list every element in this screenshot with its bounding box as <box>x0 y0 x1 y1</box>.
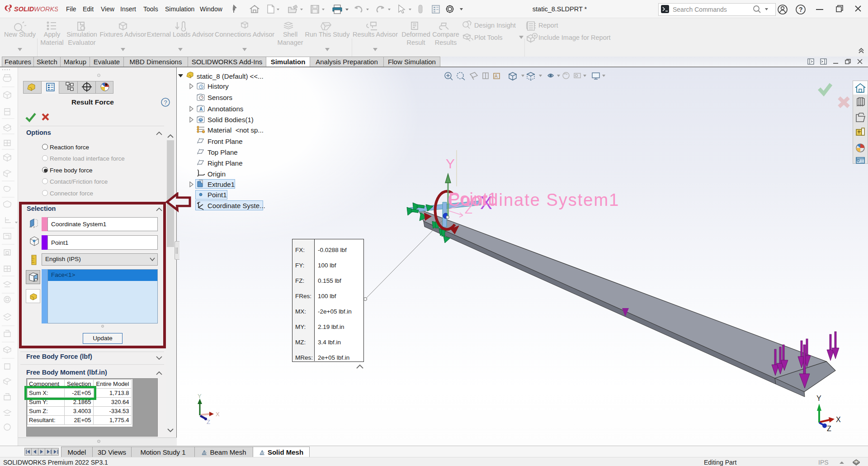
svg-text:Z: Z <box>207 418 210 425</box>
svg-text:A: A <box>495 74 498 79</box>
svg-text:X: X <box>836 416 841 423</box>
svg-text:Coordinate System1: Coordinate System1 <box>448 190 619 209</box>
svg-text:Y: Y <box>446 156 455 171</box>
svg-text:Y: Y <box>198 393 202 399</box>
svg-text:SOLID: SOLID <box>14 5 34 13</box>
svg-text:X: X <box>216 411 220 418</box>
svg-text:Y: Y <box>816 395 821 402</box>
svg-text:Z: Z <box>827 425 831 433</box>
svg-text:?: ? <box>799 6 803 13</box>
svg-text:A: A <box>199 107 203 112</box>
svg-text:?: ? <box>164 99 167 106</box>
svg-text:WORKS: WORKS <box>34 5 58 13</box>
